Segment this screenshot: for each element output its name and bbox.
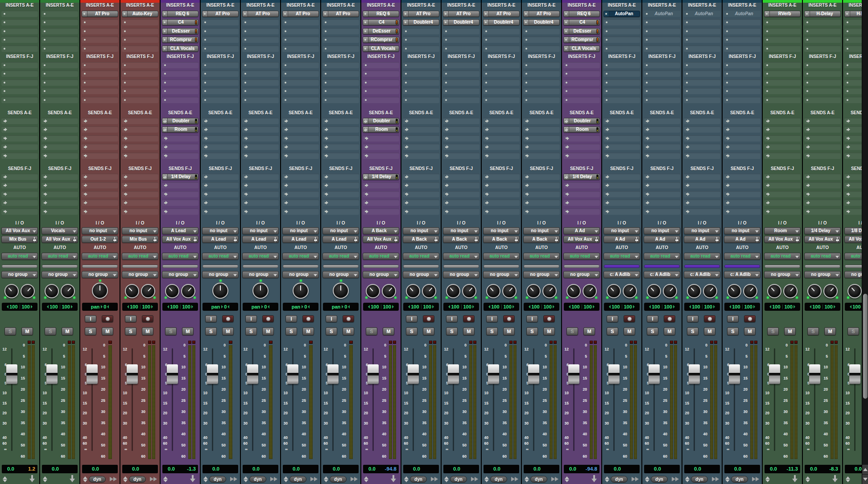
- send-slot-empty[interactable]: [644, 209, 680, 215]
- group-selector[interactable]: no group: [764, 271, 801, 278]
- insert-slot-empty[interactable]: [282, 46, 319, 52]
- solo-button[interactable]: S: [125, 327, 136, 335]
- send-slot-empty[interactable]: [322, 174, 359, 180]
- track-height-icon[interactable]: [404, 476, 409, 482]
- pan-knob[interactable]: [125, 284, 139, 298]
- clip-indicator[interactable]: [433, 341, 436, 344]
- send-slot-empty[interactable]: [684, 153, 720, 159]
- insert-slot-empty[interactable]: [483, 88, 520, 94]
- send-slot-empty[interactable]: [282, 135, 319, 142]
- send-slot[interactable]: Doubler: [363, 118, 399, 124]
- send-slot-empty[interactable]: [684, 174, 720, 180]
- insert-slot[interactable]: REQ 6: [563, 11, 600, 17]
- insert-slot-empty[interactable]: [644, 71, 680, 77]
- send-slot-empty[interactable]: [242, 191, 279, 197]
- send-slot-empty[interactable]: [162, 182, 198, 188]
- send-slot-empty[interactable]: [724, 209, 761, 215]
- pan-knob[interactable]: [446, 284, 460, 298]
- input-monitor-button[interactable]: I: [607, 315, 618, 322]
- volume-display[interactable]: 0.0: [283, 465, 318, 473]
- clip-indicator[interactable]: [473, 341, 476, 344]
- send-slot-empty[interactable]: [603, 209, 640, 215]
- insert-slot-empty[interactable]: [764, 88, 801, 94]
- input-monitor-button[interactable]: I: [687, 315, 699, 322]
- insert-slot-empty[interactable]: [122, 46, 158, 52]
- automation-mode-selector[interactable]: auto read: [162, 253, 198, 260]
- volume-display[interactable]: 0.0-94.8: [564, 465, 599, 473]
- record-arm-button[interactable]: [262, 315, 274, 322]
- insert-slot-empty[interactable]: [764, 28, 801, 34]
- input-monitor-button[interactable]: I: [205, 315, 217, 322]
- insert-slot-empty[interactable]: [523, 88, 560, 94]
- insert-slot-empty[interactable]: [724, 62, 761, 68]
- send-slot-empty[interactable]: [523, 153, 560, 159]
- pan-knob[interactable]: [703, 284, 717, 298]
- scrollbar-thumb[interactable]: [863, 294, 868, 399]
- insert-slot[interactable]: C4: [162, 19, 198, 25]
- mute-button[interactable]: M: [182, 327, 194, 335]
- insert-slot-empty[interactable]: [282, 88, 319, 94]
- fader-track[interactable]: [132, 348, 133, 451]
- insert-slot[interactable]: Doubler4: [403, 19, 439, 25]
- insert-assign-button[interactable]: [805, 11, 810, 17]
- insert-assign-button[interactable]: [564, 29, 569, 34]
- solo-button[interactable]: S: [566, 327, 578, 335]
- send-slot-empty[interactable]: [443, 153, 479, 159]
- track-height-icon[interactable]: [564, 476, 570, 482]
- insert-slot-empty[interactable]: [122, 97, 158, 103]
- insert-slot-empty[interactable]: [1, 88, 38, 94]
- send-slot-empty[interactable]: [41, 191, 78, 197]
- insert-slot-empty[interactable]: [483, 71, 520, 77]
- send-slot-empty[interactable]: [523, 182, 560, 188]
- insert-slot-empty[interactable]: [282, 19, 319, 25]
- fader-track[interactable]: [91, 348, 93, 451]
- send-slot-empty[interactable]: [443, 209, 479, 215]
- insert-slot-empty[interactable]: [443, 46, 479, 52]
- insert-slot-empty[interactable]: [162, 71, 198, 77]
- insert-slot-empty[interactable]: [1, 37, 38, 43]
- send-slot-empty[interactable]: [684, 182, 720, 188]
- send-slot-empty[interactable]: [443, 200, 479, 206]
- track-height-icon[interactable]: [123, 476, 128, 482]
- fader-handle[interactable]: [528, 364, 539, 384]
- fader-handle[interactable]: [127, 364, 138, 384]
- record-arm-button[interactable]: [302, 315, 314, 322]
- insert-slot[interactable]: C4: [563, 19, 600, 25]
- send-slot-empty[interactable]: [403, 209, 439, 215]
- insert-slot-empty[interactable]: [403, 62, 439, 68]
- input-monitor-button[interactable]: I: [406, 315, 417, 322]
- send-slot-empty[interactable]: [804, 209, 841, 215]
- volume-display[interactable]: 0.0: [403, 465, 439, 473]
- record-arm-button[interactable]: [222, 315, 234, 322]
- send-slot-empty[interactable]: [724, 135, 761, 142]
- insert-slot-empty[interactable]: [403, 79, 439, 86]
- send-slot-empty[interactable]: [122, 182, 158, 188]
- pan-display[interactable]: 100100: [684, 303, 720, 311]
- send-slot-empty[interactable]: [724, 153, 761, 159]
- send-assign-button[interactable]: [363, 127, 368, 132]
- volume-display[interactable]: 0.0-94.8: [363, 465, 399, 473]
- send-slot-empty[interactable]: [403, 191, 439, 197]
- insert-slot-empty[interactable]: [804, 19, 841, 25]
- insert-slot-empty[interactable]: [603, 46, 640, 52]
- send-slot-empty[interactable]: [403, 118, 439, 124]
- playlist-icon[interactable]: [712, 477, 720, 482]
- insert-slot-empty[interactable]: [1, 97, 38, 103]
- send-slot-empty[interactable]: [1, 182, 38, 188]
- fader-handle[interactable]: [6, 364, 17, 384]
- fader-track[interactable]: [252, 348, 253, 451]
- insert-slot-empty[interactable]: [363, 79, 399, 86]
- track-height-icon[interactable]: [83, 476, 88, 482]
- send-slot-empty[interactable]: [804, 153, 841, 159]
- send-slot-empty[interactable]: [563, 182, 600, 188]
- insert-slot-empty[interactable]: [41, 88, 78, 94]
- send-slot-empty[interactable]: [644, 144, 680, 150]
- volume-display[interactable]: 0.0: [243, 465, 278, 473]
- track-height-icon[interactable]: [243, 476, 248, 482]
- insert-slot-empty[interactable]: [242, 88, 279, 94]
- insert-assign-button[interactable]: [564, 46, 569, 51]
- pan-display[interactable]: 100100: [604, 303, 640, 311]
- send-slot-empty[interactable]: [202, 144, 239, 150]
- insert-slot-empty[interactable]: [322, 28, 359, 34]
- insert-slot-empty[interactable]: [82, 62, 118, 68]
